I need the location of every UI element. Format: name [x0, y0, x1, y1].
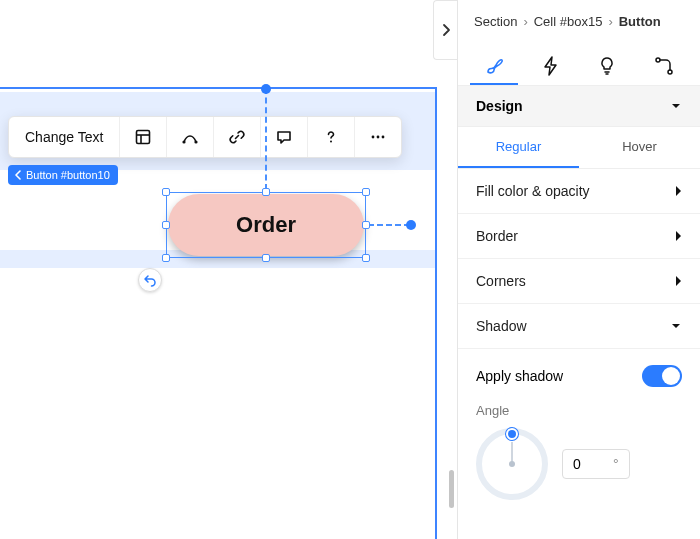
breadcrumb-separator: ›	[523, 14, 527, 29]
link-icon	[228, 128, 246, 146]
undo-button[interactable]	[138, 268, 162, 292]
angle-dial-handle[interactable]	[506, 428, 518, 440]
panel-tabs	[458, 39, 700, 86]
svg-point-5	[330, 141, 332, 143]
breadcrumb: Section › Cell #box15 › Button	[458, 0, 700, 39]
change-text-button[interactable]: Change Text	[9, 117, 119, 157]
help-icon	[322, 128, 340, 146]
row-fill-opacity[interactable]: Fill color & opacity	[458, 169, 700, 214]
link-button[interactable]	[213, 117, 260, 157]
apply-shadow-label: Apply shadow	[476, 368, 563, 384]
properties-panel: Section › Cell #box15 › Button Design	[457, 0, 700, 539]
resize-handle-top-left[interactable]	[162, 188, 170, 196]
alignment-guide-horizontal	[368, 224, 410, 226]
row-shadow[interactable]: Shadow	[458, 304, 700, 349]
angle-input[interactable]	[573, 456, 607, 472]
lightning-icon	[542, 56, 560, 76]
resize-handle-top-right[interactable]	[362, 188, 370, 196]
resize-handle-bottom-right[interactable]	[362, 254, 370, 262]
chevron-right-icon	[441, 23, 451, 37]
state-tab-regular[interactable]: Regular	[458, 127, 579, 168]
resize-handle-bottom-middle[interactable]	[262, 254, 270, 262]
svg-point-4	[195, 140, 198, 143]
canvas-scrollbar[interactable]	[449, 470, 454, 508]
angle-block: Angle °	[458, 395, 700, 500]
row-border-label: Border	[476, 228, 518, 244]
brush-icon	[484, 56, 504, 76]
selection-outline	[166, 192, 366, 258]
chevron-right-icon	[674, 275, 682, 287]
more-button[interactable]	[354, 117, 401, 157]
comment-button[interactable]	[260, 117, 307, 157]
resize-handle-bottom-left[interactable]	[162, 254, 170, 262]
angle-input-wrap[interactable]: °	[562, 449, 630, 479]
chevron-down-icon	[670, 100, 682, 112]
row-border[interactable]: Border	[458, 214, 700, 259]
angle-label: Angle	[476, 403, 682, 418]
connections-icon	[654, 56, 674, 76]
tab-design[interactable]	[470, 49, 518, 85]
angle-unit: °	[613, 456, 619, 472]
angle-center	[509, 461, 515, 467]
more-icon	[369, 128, 387, 146]
anchor-right[interactable]	[406, 220, 416, 230]
tab-settings[interactable]	[640, 49, 688, 85]
undo-icon	[143, 273, 157, 287]
row-corners[interactable]: Corners	[458, 259, 700, 304]
resize-handle-middle-left[interactable]	[162, 221, 170, 229]
svg-point-3	[183, 140, 186, 143]
lightbulb-icon	[598, 56, 616, 76]
chevron-left-icon	[14, 170, 22, 180]
design-section-label: Design	[476, 98, 523, 114]
resize-handle-top-middle[interactable]	[262, 188, 270, 196]
design-section-header[interactable]: Design	[458, 86, 700, 127]
state-tab-hover[interactable]: Hover	[579, 127, 700, 168]
comment-icon	[275, 128, 293, 146]
row-shadow-label: Shadow	[476, 318, 527, 334]
element-toolbar: Change Text	[8, 116, 402, 158]
svg-point-6	[372, 136, 375, 139]
layout-icon	[134, 128, 152, 146]
chevron-right-icon	[674, 185, 682, 197]
canvas[interactable]: Change Text Button #button	[0, 0, 457, 539]
breadcrumb-section[interactable]: Section	[474, 14, 517, 29]
change-text-label: Change Text	[25, 129, 103, 145]
resize-handle-middle-right[interactable]	[362, 221, 370, 229]
svg-rect-0	[137, 131, 150, 144]
anchor-top[interactable]	[261, 84, 271, 94]
breadcrumb-cell[interactable]: Cell #box15	[534, 14, 603, 29]
row-corners-label: Corners	[476, 273, 526, 289]
tab-interactions[interactable]	[527, 49, 575, 85]
svg-point-7	[377, 136, 380, 139]
tab-effects[interactable]	[583, 49, 631, 85]
element-badge-label: Button #button10	[26, 169, 110, 181]
svg-point-8	[382, 136, 385, 139]
breadcrumb-separator: ›	[608, 14, 612, 29]
breadcrumb-current: Button	[619, 14, 661, 29]
animation-button[interactable]	[166, 117, 213, 157]
help-button[interactable]	[307, 117, 354, 157]
row-fill-label: Fill color & opacity	[476, 183, 590, 199]
angle-dial[interactable]	[476, 428, 548, 500]
toggle-knob	[662, 367, 680, 385]
alignment-guide-vertical	[265, 88, 267, 190]
element-badge[interactable]: Button #button10	[8, 165, 118, 185]
apply-shadow-row: Apply shadow	[458, 349, 700, 395]
chevron-right-icon	[674, 230, 682, 242]
layout-button[interactable]	[119, 117, 166, 157]
panel-collapse-button[interactable]	[433, 0, 457, 60]
path-icon	[181, 128, 199, 146]
apply-shadow-toggle[interactable]	[642, 365, 682, 387]
state-tabs: Regular Hover	[458, 127, 700, 169]
chevron-down-icon	[670, 320, 682, 332]
